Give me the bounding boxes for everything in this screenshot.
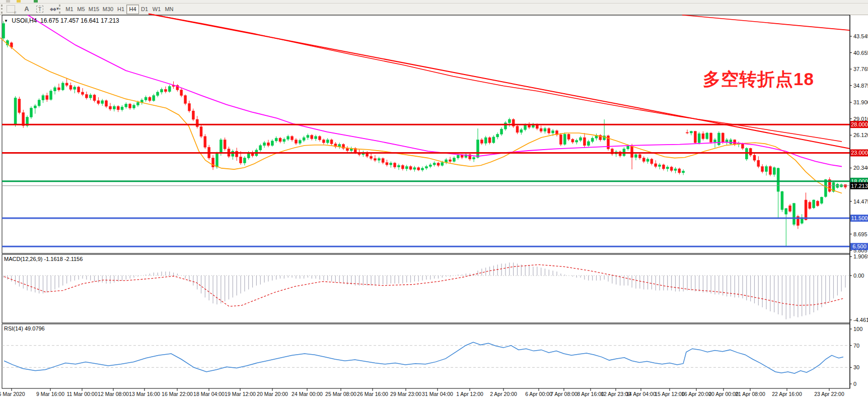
candle-body (583, 138, 586, 146)
time-label: 7 Apr 08:00 (550, 391, 577, 397)
rsi-panel-frame (2, 324, 850, 388)
candle-body (398, 165, 400, 167)
candle-body (765, 166, 768, 171)
macd-tick-label: -4.4614 (853, 317, 868, 323)
candle-body (674, 169, 677, 170)
candle-body (453, 158, 455, 162)
candle-body (299, 141, 301, 144)
candle-body (46, 96, 48, 100)
price-tick-label: 37.765 (853, 66, 868, 72)
candle-body (666, 167, 669, 169)
price-tick-label: 26.120 (853, 132, 868, 138)
candle-body (184, 96, 187, 104)
candle-body (659, 165, 661, 166)
time-label: 26 Mar 16:00 (357, 391, 388, 397)
candle-body (50, 91, 52, 100)
candle-body (417, 168, 420, 170)
candle-body (793, 204, 795, 225)
candle-body (374, 159, 376, 160)
price-tick-label: 40.655 (853, 50, 868, 56)
candle-body (82, 92, 84, 95)
candle-body (670, 167, 673, 171)
macd-signal-value: -2.1156 (64, 256, 83, 262)
ma-orange-line[interactable] (0, 38, 842, 193)
candle-body (271, 141, 273, 146)
candle-body (204, 137, 206, 147)
candle-body (180, 90, 183, 95)
price-tick-label: 14.475 (853, 198, 868, 205)
candles (3, 21, 847, 247)
rsi-tick-label: 30 (853, 364, 859, 370)
candle-body (433, 163, 436, 165)
time-label: 11 Mar 00:00 (66, 391, 97, 397)
macd-tick-label: 0.00 (853, 273, 864, 279)
time-label: 23 Apr 22:00 (814, 391, 844, 397)
time-label: 6 Apr 00:00 (525, 391, 552, 397)
time-label: 12 Mar 08:00 (98, 391, 129, 397)
time-label: 20 Mar 20:00 (257, 391, 288, 397)
candle-body (144, 97, 147, 100)
candle-body (54, 88, 56, 91)
candle-body (563, 134, 566, 144)
candle-body (307, 136, 309, 138)
candle-body (492, 137, 495, 143)
candle-body (409, 166, 412, 169)
macd-histogram (4, 262, 845, 319)
candle-body (721, 133, 724, 142)
candle-body (631, 146, 633, 158)
chart-title: ▼ USOil,H4 16.675 17.457 16.641 17.213 (4, 17, 119, 24)
candle-body (279, 138, 281, 142)
candle-body (168, 87, 171, 92)
candle-body (682, 171, 685, 173)
candle-body (283, 139, 285, 142)
candle-body (753, 155, 756, 160)
candle-body (745, 148, 748, 159)
candle-body (236, 151, 238, 157)
candle-body (789, 206, 791, 211)
candle-body (330, 140, 333, 144)
candle-body (243, 158, 246, 163)
candle-body (500, 129, 503, 134)
candle-body (449, 160, 452, 161)
candle-body (580, 138, 582, 141)
candle-body (413, 168, 416, 169)
candle-body (627, 146, 629, 149)
candle-body (378, 159, 380, 160)
candle-body (105, 101, 108, 106)
candle-body (690, 131, 692, 133)
candle-body (311, 136, 313, 139)
candle-body (504, 123, 507, 129)
chart-canvas[interactable]: 43.54540.65537.76534.87531.90029.01026.1… (0, 0, 868, 399)
candle-body (192, 111, 194, 119)
candle-body (544, 128, 546, 131)
candle-body (85, 94, 88, 98)
candle-body (477, 140, 479, 158)
time-label: 14 Apr 04:00 (626, 391, 656, 397)
candle-body (817, 201, 819, 206)
candle-body (749, 148, 752, 155)
candle-body (717, 133, 720, 145)
candle-body (394, 163, 396, 167)
candle-body (421, 168, 424, 170)
candle-body (164, 89, 167, 92)
chart-window: 43.54540.65537.76534.87531.90029.01026.1… (0, 0, 868, 399)
candle-body (129, 104, 131, 108)
candle-body (22, 112, 25, 125)
trading-terminal-window: AT◆◆ ▼ M1M5M15M30H1H4D1W1MN 43.54540.655… (0, 0, 868, 399)
candle-body (587, 142, 590, 146)
trendline-upper-right[interactable] (682, 15, 850, 30)
price-tick-label: 20.340 (853, 165, 868, 171)
time-label: 1 Apr 12:00 (456, 391, 483, 397)
candle-body (405, 166, 408, 169)
candle-body (757, 160, 760, 166)
candle-body (710, 133, 712, 142)
candle-body (18, 99, 21, 112)
candle-body (61, 83, 64, 90)
candle-body (769, 166, 771, 174)
time-label: 22 Apr 16:00 (772, 391, 802, 397)
candle-body (650, 159, 653, 164)
collapse-triangle-icon[interactable]: ▼ (4, 19, 8, 23)
candle-body (38, 100, 40, 106)
chart-annotation-text: 多空转折点18 (703, 68, 814, 91)
candle-body (161, 89, 163, 92)
